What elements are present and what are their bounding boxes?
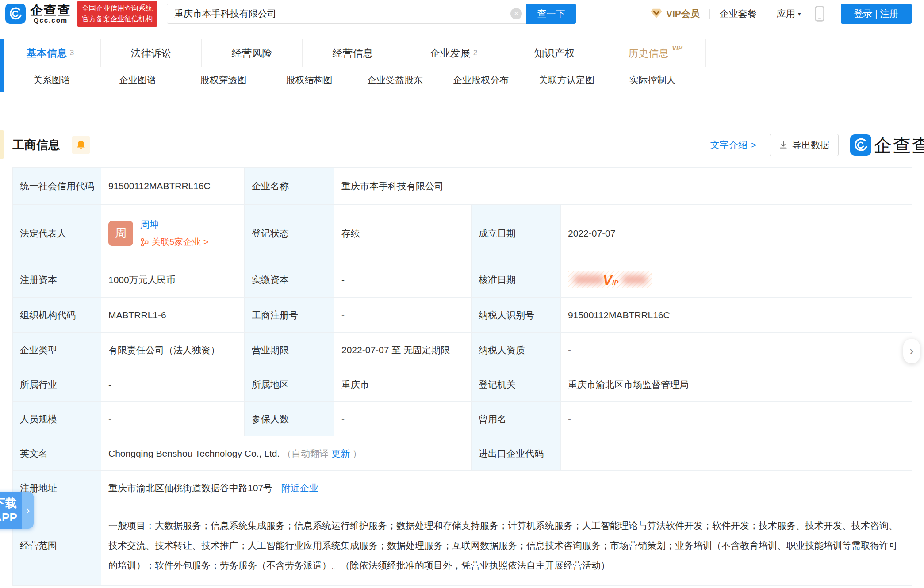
update-translation-link[interactable]: 更新: [331, 448, 350, 458]
tab-operation-info[interactable]: 经营信息: [303, 39, 403, 67]
subnav-beneficial-shareholders[interactable]: 企业受益股东: [352, 74, 438, 86]
gov-badge-line1: 全国企业信用查询系统: [82, 3, 153, 14]
reg-authority-value: 重庆市渝北区市场监督管理局: [561, 367, 912, 402]
approval-date-cell: VIP: [561, 262, 912, 298]
paid-capital-label: 实缴资本: [245, 262, 334, 298]
tab-label: 经营信息: [333, 46, 373, 60]
info-row: 组织机构代码 MABTRRL1-6 工商注册号 - 纳税人识别号 9150011…: [13, 298, 912, 333]
login-register-button[interactable]: 登录 | 注册: [841, 4, 912, 24]
tab-label: 基本信息: [27, 46, 67, 60]
address-cell: 重庆市渝北区仙桃街道数据谷中路107号 附近企业: [101, 471, 912, 505]
reg-number-label: 工商注册号: [245, 298, 334, 333]
subnav-enterprise-graph[interactable]: 企业图谱: [95, 74, 180, 86]
info-row: 企业类型 有限责任公司（法人独资） 营业期限 2022-07-07 至 无固定期…: [13, 333, 912, 367]
tab-label: 法律诉讼: [131, 46, 172, 60]
search-button[interactable]: 查一下: [526, 4, 576, 24]
vip-diamond-icon: [650, 7, 663, 21]
related-companies-link[interactable]: 关联5家企业 >: [140, 236, 208, 248]
staff-size-value: -: [101, 402, 245, 436]
industry-value: -: [101, 367, 245, 402]
reg-authority-label: 登记机关: [472, 367, 561, 402]
business-term-value: 2022-07-07 至 无固定期限: [334, 333, 472, 367]
tab-label: 历史信息: [628, 46, 669, 60]
text-intro-link[interactable]: 文字介绍 >: [710, 139, 756, 151]
business-scope-value: 一般项目：大数据服务；信息系统集成服务；信息系统运行维护服务；数据处理和存储支持…: [101, 505, 912, 586]
nearby-companies-link[interactable]: 附近企业: [281, 483, 318, 493]
monitor-bell-button[interactable]: [72, 136, 90, 154]
org-code-label: 组织机构代码: [13, 298, 101, 333]
top-nav: VIP会员 企业套餐 应用 ▾ 登录 | 注册: [650, 0, 912, 27]
tab-history-info[interactable]: 历史信息 VIP: [605, 39, 706, 67]
est-date-value: 2022-07-07: [561, 205, 912, 262]
clear-search-icon[interactable]: ×: [510, 8, 522, 19]
download-app-badge[interactable]: 下载 APP ›: [0, 492, 34, 529]
info-row: 统一社会信用代码 91500112MABTRRL16C 企业名称 重庆市本手科技…: [13, 168, 912, 205]
download-app-label: 下载 APP: [0, 492, 22, 529]
blurred-content: [573, 275, 604, 284]
qcc-watermark-text: 企查查: [874, 133, 924, 157]
qcc-logo-icon: [5, 4, 26, 24]
search-input[interactable]: [167, 8, 510, 19]
graph-subnav: 关系图谱 企业图谱 股权穿透图 股权结构图 企业受益股东 企业股权分布 关联方认…: [0, 68, 924, 92]
subnav-relation-graph[interactable]: 关系图谱: [9, 74, 95, 86]
subnav-equity-structure-chart[interactable]: 股权结构图: [266, 74, 352, 86]
taxpayer-id-label: 纳税人识别号: [472, 298, 561, 333]
vip-locked-value[interactable]: VIP: [568, 271, 652, 288]
vip-member-menu[interactable]: VIP会员: [650, 7, 700, 21]
credit-code-label: 统一社会信用代码: [13, 168, 101, 205]
info-row: 注册地址 重庆市渝北区仙桃街道数据谷中路107号 附近企业: [13, 471, 912, 505]
qcc-logo[interactable]: 企查查 Qcc.com: [5, 4, 71, 24]
apps-menu[interactable]: 应用 ▾: [777, 8, 801, 20]
enterprise-package-menu[interactable]: 企业套餐: [720, 8, 757, 20]
caret-down-icon: ▾: [798, 10, 801, 17]
bell-icon: [76, 140, 86, 150]
legal-rep-name-link[interactable]: 周坤: [140, 218, 208, 231]
vip-lock-badge: VIP: [603, 271, 619, 288]
export-data-button[interactable]: 导出数据: [770, 134, 839, 156]
english-name-cell: Chongqing Benshou Technology Co., Ltd. （…: [101, 436, 472, 471]
mobile-app-icon[interactable]: [814, 6, 825, 22]
subnav-actual-controller[interactable]: 实际控制人: [610, 74, 695, 86]
gov-badge-line2: 官方备案企业征信机构: [82, 14, 153, 24]
vip-member-label: VIP会员: [666, 8, 700, 20]
address-value: 重庆市渝北区仙桃街道数据谷中路107号: [108, 483, 272, 493]
import-export-code-label: 进出口企业代码: [472, 436, 561, 471]
company-type-value: 有限责任公司（法人独资）: [101, 333, 245, 367]
tab-legal-proceedings[interactable]: 法律诉讼: [101, 39, 202, 67]
subnav-equity-penetration-chart[interactable]: 股权穿透图: [180, 74, 266, 86]
legal-rep-avatar[interactable]: 周: [108, 221, 133, 246]
industry-label: 所属行业: [13, 367, 101, 402]
tab-basic-info[interactable]: 基本信息 3: [0, 39, 101, 67]
tab-label: 经营风险: [232, 46, 272, 60]
est-date-label: 成立日期: [472, 205, 561, 262]
export-data-label: 导出数据: [792, 139, 829, 151]
company-name-value: 重庆市本手科技有限公司: [334, 168, 912, 205]
auto-translate-note-close: ）: [353, 448, 362, 458]
region-value: 重庆市: [334, 367, 472, 402]
tab-count-badge: 3: [70, 49, 74, 57]
tab-count-badge: 2: [473, 49, 477, 57]
english-name-value: Chongqing Benshou Technology Co., Ltd.: [108, 448, 280, 458]
import-export-code-value: -: [561, 436, 912, 471]
info-row: 所属行业 - 所属地区 重庆市 登记机关 重庆市渝北区市场监督管理局: [13, 367, 912, 402]
arrow-right-icon: >: [751, 140, 756, 150]
paid-capital-value: -: [334, 262, 472, 298]
scroll-right-button[interactable]: ›: [903, 339, 920, 363]
info-row: 法定代表人 周 周坤 关联5家企业 >: [13, 205, 912, 262]
english-name-label: 英文名: [13, 436, 101, 471]
former-name-label: 曾用名: [472, 402, 561, 436]
vip-corner-badge: VIP: [672, 44, 682, 51]
tab-label: 企业发展: [430, 46, 471, 60]
qcc-watermark: 企查查: [850, 133, 924, 157]
section-tools: 文字介绍 > 导出数据 企查查: [710, 133, 924, 157]
tab-enterprise-development[interactable]: 企业发展 2: [403, 39, 504, 67]
insured-count-label: 参保人数: [245, 402, 334, 436]
tab-intellectual-property[interactable]: 知识产权: [504, 39, 605, 67]
staff-size-label: 人员规模: [13, 402, 101, 436]
subnav-equity-distribution[interactable]: 企业股权分布: [438, 74, 524, 86]
company-type-label: 企业类型: [13, 333, 101, 367]
tab-operation-risk[interactable]: 经营风险: [202, 39, 303, 67]
insured-count-value: -: [334, 402, 472, 436]
subnav-related-party-chart[interactable]: 关联方认定图: [524, 74, 610, 86]
nav-divider: [709, 9, 710, 19]
